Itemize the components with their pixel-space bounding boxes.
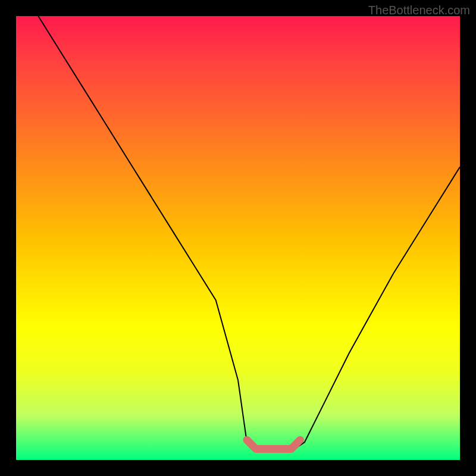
bottleneck-curve-svg	[16, 16, 460, 460]
optimal-range-marker	[247, 440, 300, 449]
watermark-text: TheBottleneck.com	[368, 4, 470, 17]
bottleneck-curve-path	[38, 16, 460, 451]
